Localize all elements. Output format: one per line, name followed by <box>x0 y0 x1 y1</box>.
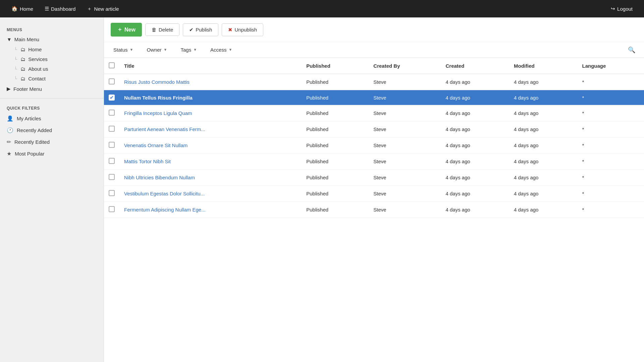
language-cell: * <box>578 202 644 218</box>
published-col-header: Published <box>302 58 369 74</box>
nav-dashboard-label: Dashboard <box>51 6 75 12</box>
created-cell: 4 days ago <box>441 202 509 218</box>
row-checkbox[interactable] <box>109 78 115 84</box>
filter-most-popular[interactable]: ★ Most Popular <box>0 148 104 160</box>
filter-most-popular-label: Most Popular <box>15 151 44 157</box>
table-body: Risus Justo Commodo MattisPublishedSteve… <box>104 74 644 218</box>
toolbar: ＋ New 🗑 Delete ✔ Publish ✖ Unpublish <box>104 17 644 42</box>
owner-chevron-icon: ▼ <box>164 48 167 52</box>
top-nav: 🏠 Home ☰ Dashboard ＋ New article ↪ Logou… <box>0 0 644 17</box>
check-icon: ✔ <box>189 27 194 33</box>
article-title-link[interactable]: Vestibulum Egestas Dolor Sollicitu... <box>124 191 205 196</box>
created-by-cell: Steve <box>369 90 441 105</box>
status-cell: Published <box>302 154 369 170</box>
home-icon: 🏠 <box>11 6 18 12</box>
modified-cell: 4 days ago <box>509 105 578 121</box>
nav-logout[interactable]: ↪ Logout <box>606 3 637 14</box>
sidebar-item-home[interactable]: └ 🗂 Home <box>0 45 104 54</box>
sidebar: MENUS ▼ Main Menu └ 🗂 Home └ 🗂 Services … <box>0 17 104 362</box>
search-icon: 🔍 <box>628 47 635 53</box>
articles-table: Title Published Created By Created Modif <box>104 58 644 218</box>
modified-cell: 4 days ago <box>509 202 578 218</box>
modified-cell: 4 days ago <box>509 170 578 186</box>
pencil-icon: ✏ <box>7 139 11 145</box>
table-container: Title Published Created By Created Modif <box>104 58 644 362</box>
status-chevron-icon: ▼ <box>130 48 133 52</box>
row-checkbox[interactable] <box>109 174 115 180</box>
article-title-link[interactable]: Venenatis Ornare Sit Nullam <box>124 142 187 148</box>
row-checkbox[interactable] <box>109 110 115 116</box>
article-title-link[interactable]: Risus Justo Commodo Mattis <box>124 79 190 85</box>
created-by-cell: Steve <box>369 121 441 137</box>
delete-button[interactable]: 🗑 Delete <box>145 23 179 36</box>
status-cell: Published <box>302 74 369 90</box>
top-nav-right: ↪ Logout <box>606 3 637 14</box>
filter-my-articles[interactable]: 👤 My Articles <box>0 113 104 124</box>
article-title-link[interactable]: Nullam Tellus Risus Fringilla <box>124 95 193 101</box>
table-header: Title Published Created By Created Modif <box>104 58 644 74</box>
article-title-link[interactable]: Fringilla Inceptos Ligula Quam <box>124 110 192 116</box>
row-checkbox[interactable] <box>109 158 115 164</box>
unpublish-button[interactable]: ✖ Unpublish <box>222 23 263 36</box>
modified-cell: 4 days ago <box>509 74 578 90</box>
layout: MENUS ▼ Main Menu └ 🗂 Home └ 🗂 Services … <box>0 17 644 362</box>
filter-my-articles-label: My Articles <box>17 116 41 121</box>
sidebar-item-contact-label: Contact <box>28 76 46 81</box>
sidebar-item-services-label: Services <box>28 56 48 62</box>
access-chevron-icon: ▼ <box>228 48 232 52</box>
page-icon-aboutus: 🗂 <box>20 66 25 72</box>
article-title-link[interactable]: Nibh Ultricies Bibendum Nullam <box>124 175 195 180</box>
search-button[interactable]: 🔍 <box>623 42 641 58</box>
delete-button-label: Delete <box>159 27 173 33</box>
filter-recently-edited-label: Recently Edited <box>14 139 50 145</box>
nav-dashboard[interactable]: ☰ Dashboard <box>40 3 80 14</box>
article-title-link[interactable]: Fermentum Adipiscing Nullam Ege... <box>124 207 206 213</box>
row-checkbox[interactable]: ✔ <box>109 95 115 101</box>
nav-home[interactable]: 🏠 Home <box>7 3 38 14</box>
filter-recently-added[interactable]: 🕐 Recently Added <box>0 124 104 136</box>
owner-filter[interactable]: Owner ▼ <box>141 43 173 57</box>
article-title-link[interactable]: Parturient Aenean Venenatis Ferm... <box>124 126 205 132</box>
status-filter[interactable]: Status ▼ <box>107 43 139 57</box>
article-title-link[interactable]: Mattis Tortor Nibh Sit <box>124 159 171 164</box>
select-all-checkbox[interactable] <box>109 62 115 68</box>
language-cell: * <box>578 105 644 121</box>
tags-filter[interactable]: Tags ▼ <box>175 43 203 57</box>
unpublish-button-label: Unpublish <box>234 27 257 33</box>
select-all-col <box>104 58 119 74</box>
new-button[interactable]: ＋ New <box>111 23 142 37</box>
main-content: ＋ New 🗑 Delete ✔ Publish ✖ Unpublish Sta… <box>104 17 644 362</box>
logout-icon: ↪ <box>611 6 615 12</box>
language-cell: * <box>578 186 644 202</box>
title-col-header: Title <box>119 58 302 74</box>
created-cell: 4 days ago <box>441 90 509 105</box>
publish-button[interactable]: ✔ Publish <box>183 23 218 36</box>
filter-recently-added-label: Recently Added <box>17 127 52 133</box>
created-by-cell: Steve <box>369 186 441 202</box>
created-by-cell: Steve <box>369 137 441 154</box>
language-cell: * <box>578 90 644 105</box>
modified-cell: 4 days ago <box>509 154 578 170</box>
status-cell: Published <box>302 105 369 121</box>
sidebar-item-aboutus[interactable]: └ 🗂 About us <box>0 64 104 74</box>
sidebar-main-menu[interactable]: ▼ Main Menu <box>0 34 104 45</box>
arrow-right-icon: ▶ <box>7 86 11 92</box>
created-cell: 4 days ago <box>441 105 509 121</box>
star-icon: ★ <box>7 150 11 157</box>
filter-recently-edited[interactable]: ✏ Recently Edited <box>0 136 104 148</box>
sidebar-item-services[interactable]: └ 🗂 Services <box>0 54 104 64</box>
row-checkbox[interactable] <box>109 190 115 196</box>
row-checkbox[interactable] <box>109 126 115 132</box>
row-checkbox[interactable] <box>109 142 115 148</box>
main-menu-label: Main Menu <box>14 37 39 42</box>
trash-icon: 🗑 <box>152 27 157 33</box>
created-by-cell: Steve <box>369 74 441 90</box>
x-icon: ✖ <box>228 27 232 33</box>
nav-new-article[interactable]: ＋ New article <box>82 3 123 15</box>
row-checkbox[interactable] <box>109 206 115 212</box>
table-row: Nibh Ultricies Bibendum NullamPublishedS… <box>104 170 644 186</box>
owner-filter-label: Owner <box>147 47 161 53</box>
sidebar-item-contact[interactable]: └ 🗂 Contact <box>0 74 104 83</box>
sidebar-footer-menu[interactable]: ▶ Footer Menu <box>0 83 104 94</box>
access-filter[interactable]: Access ▼ <box>204 43 238 57</box>
